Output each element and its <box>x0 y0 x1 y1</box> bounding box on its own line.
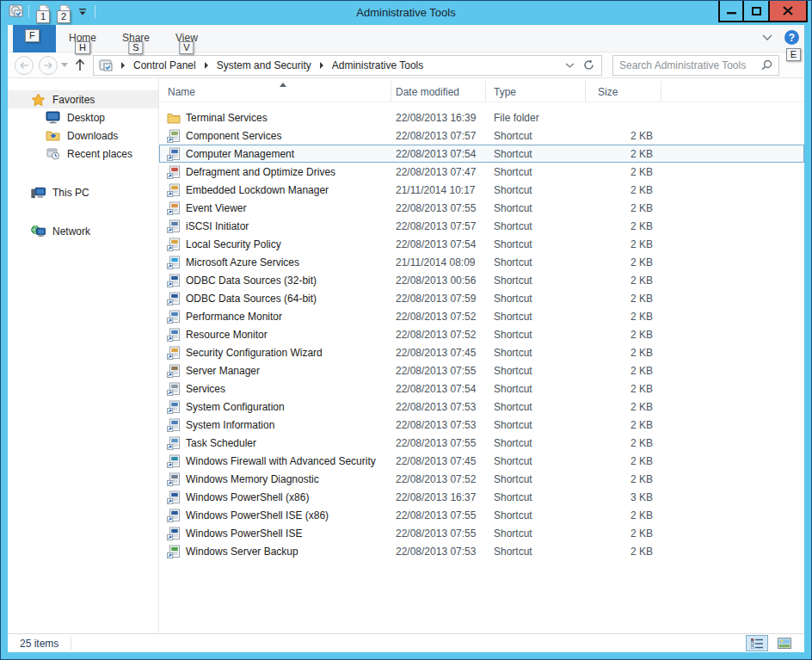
sort-ascending-icon <box>280 83 286 87</box>
large-icons-view-button[interactable] <box>773 635 796 651</box>
shortcut-icon <box>167 183 181 197</box>
file-name: Windows PowerShell (x86) <box>186 491 309 503</box>
file-type: Shortcut <box>486 130 586 142</box>
details-view-button[interactable] <box>746 635 768 651</box>
sidebar-item-desktop[interactable]: Desktop <box>8 108 158 126</box>
file-name-cell: Windows Server Backup <box>159 545 391 558</box>
file-row-windows-powershell-ise[interactable]: Windows PowerShell ISE22/08/2013 07:55Sh… <box>159 524 804 542</box>
breadcrumb-item-system-and-security[interactable]: System and Security <box>215 57 313 74</box>
file-name: Security Configuration Wizard <box>186 347 323 359</box>
file-row-system-information[interactable]: System Information22/08/2013 07:53Shortc… <box>159 416 804 434</box>
keytip-view: V <box>179 41 194 54</box>
file-row-computer-management[interactable]: Computer Management22/08/2013 07:54Short… <box>159 145 804 163</box>
file-row-iscsi-initiator[interactable]: iSCSI Initiator22/08/2013 07:57Shortcut2… <box>159 217 804 235</box>
recent-locations-chevron-icon[interactable] <box>61 63 68 67</box>
file-date-modified: 22/08/2013 07:57 <box>391 130 486 142</box>
file-row-odbc-data-sources-32-bit[interactable]: ODBC Data Sources (32-bit)22/08/2013 00:… <box>159 271 804 289</box>
file-type: Shortcut <box>486 166 586 178</box>
file-size: 2 KB <box>586 293 661 305</box>
maximize-button[interactable] <box>742 1 770 22</box>
file-row-odbc-data-sources-64-bit[interactable]: ODBC Data Sources (64-bit)22/08/2013 07:… <box>159 289 804 307</box>
file-type: Shortcut <box>486 546 586 558</box>
file-name-cell: Security Configuration Wizard <box>159 346 391 360</box>
column-header-date-modified[interactable]: Date modified <box>391 81 486 102</box>
sidebar-item-downloads[interactable]: Downloads <box>8 126 158 145</box>
file-date-modified: 22/08/2013 07:54 <box>391 238 486 250</box>
file-row-services[interactable]: Services22/08/2013 07:54Shortcut2 KB <box>159 379 804 398</box>
file-type: Shortcut <box>486 455 586 467</box>
tab-view[interactable]: View V <box>175 25 198 52</box>
shortcut-icon <box>167 237 181 251</box>
up-button[interactable] <box>74 59 86 71</box>
network-icon <box>31 224 46 238</box>
file-date-modified: 22/08/2013 07:53 <box>391 419 486 431</box>
file-row-resource-monitor[interactable]: Resource Monitor22/08/2013 07:52Shortcut… <box>159 325 804 343</box>
file-row-server-manager[interactable]: Server Manager22/08/2013 07:55Shortcut2 … <box>159 361 804 379</box>
back-button[interactable] <box>15 56 34 75</box>
shortcut-icon <box>167 201 181 215</box>
file-row-windows-powershell-ise-x86[interactable]: Windows PowerShell ISE (x86)22/08/2013 0… <box>159 506 804 524</box>
file-row-terminal-services[interactable]: Terminal Services22/08/2013 16:39File fo… <box>159 108 804 126</box>
keytip-share: S <box>128 41 143 54</box>
file-row-embedded-lockdown-manager[interactable]: Embedded Lockdown Manager21/11/2014 10:1… <box>159 181 804 199</box>
file-row-windows-firewall-with-advanced-security[interactable]: Windows Firewall with Advanced Security2… <box>159 452 804 470</box>
address-bar[interactable]: Control PanelSystem and SecurityAdminist… <box>93 55 602 76</box>
address-dropdown-chevron-icon[interactable] <box>565 63 575 68</box>
file-date-modified: 22/08/2013 07:53 <box>391 401 486 413</box>
file-name-cell: Performance Monitor <box>159 310 391 324</box>
sidebar-item-favorites[interactable]: Favorites <box>8 90 158 108</box>
minimize-button[interactable] <box>718 1 744 22</box>
file-row-task-scheduler[interactable]: Task Scheduler22/08/2013 07:55Shortcut2 … <box>159 434 804 452</box>
file-name: Embedded Lockdown Manager <box>186 184 329 196</box>
sidebar-item-network[interactable]: Network <box>8 222 158 240</box>
forward-button[interactable] <box>39 56 58 75</box>
file-row-security-configuration-wizard[interactable]: Security Configuration Wizard22/08/2013 … <box>159 343 804 361</box>
file-row-event-viewer[interactable]: Event Viewer22/08/2013 07:55Shortcut2 KB <box>159 199 804 217</box>
file-date-modified: 22/08/2013 07:45 <box>391 347 486 359</box>
file-row-component-services[interactable]: Component Services22/08/2013 07:57Shortc… <box>159 126 804 145</box>
file-name: Server Manager <box>186 365 260 377</box>
file-type: Shortcut <box>486 202 586 214</box>
file-name-cell: Windows PowerShell ISE <box>159 527 391 540</box>
file-row-windows-powershell-x86[interactable]: Windows PowerShell (x86)22/08/2013 16:37… <box>159 488 804 506</box>
tab-share[interactable]: Share S <box>122 25 150 52</box>
column-header-type[interactable]: Type <box>486 81 586 102</box>
shortcut-icon <box>167 147 181 161</box>
file-type: Shortcut <box>486 473 586 485</box>
file-size: 2 KB <box>586 527 661 540</box>
breadcrumb-item-control-panel[interactable]: Control Panel <box>132 57 198 74</box>
column-header-name[interactable]: Name <box>159 81 391 102</box>
shortcut-icon <box>167 346 181 360</box>
shortcut-icon <box>167 527 181 540</box>
sidebar-item-this-pc[interactable]: This PC <box>8 183 158 201</box>
breadcrumb-item-administrative-tools[interactable]: Administrative Tools <box>330 57 426 74</box>
file-date-modified: 21/11/2014 08:09 <box>391 256 486 268</box>
file-row-performance-monitor[interactable]: Performance Monitor22/08/2013 07:52Short… <box>159 307 804 325</box>
close-button[interactable] <box>768 1 808 22</box>
magnifier-icon[interactable] <box>761 59 772 71</box>
file-row-windows-server-backup[interactable]: Windows Server Backup22/08/2013 07:53Sho… <box>159 542 804 560</box>
file-date-modified: 22/08/2013 07:55 <box>391 509 486 521</box>
file-size: 2 KB <box>586 329 661 341</box>
file-row-windows-memory-diagnostic[interactable]: Windows Memory Diagnostic22/08/2013 07:5… <box>159 470 804 488</box>
keytip-file: F <box>25 29 40 42</box>
file-row-defragment-and-optimize-drives[interactable]: Defragment and Optimize Drives22/08/2013… <box>159 163 804 181</box>
file-row-system-configuration[interactable]: System Configuration22/08/2013 07:53Shor… <box>159 398 804 416</box>
expand-ribbon-chevron-icon[interactable] <box>762 34 772 40</box>
help-icon[interactable]: ? <box>784 30 799 45</box>
file-row-microsoft-azure-services[interactable]: Microsoft Azure Services21/11/2014 08:09… <box>159 253 804 271</box>
file-date-modified: 22/08/2013 07:57 <box>391 220 486 232</box>
column-header-size[interactable]: Size <box>586 81 661 102</box>
file-name: Windows Server Backup <box>186 546 298 558</box>
search-input[interactable]: Search Administrative Tools <box>612 55 779 76</box>
file-size: 2 KB <box>586 256 661 268</box>
breadcrumb: Control PanelSystem and SecurityAdminist… <box>114 57 565 74</box>
tab-home[interactable]: Home H <box>69 25 96 52</box>
shortcut-icon <box>167 328 181 342</box>
refresh-icon[interactable] <box>583 59 594 71</box>
file-row-local-security-policy[interactable]: Local Security Policy22/08/2013 07:54Sho… <box>159 235 804 253</box>
file-name-cell: Task Scheduler <box>159 436 391 450</box>
tab-file[interactable]: F <box>13 25 56 52</box>
sidebar-item-recent-places[interactable]: Recent places <box>8 145 158 163</box>
explorer-window: 1 2 Administrative Tools <box>0 0 812 660</box>
